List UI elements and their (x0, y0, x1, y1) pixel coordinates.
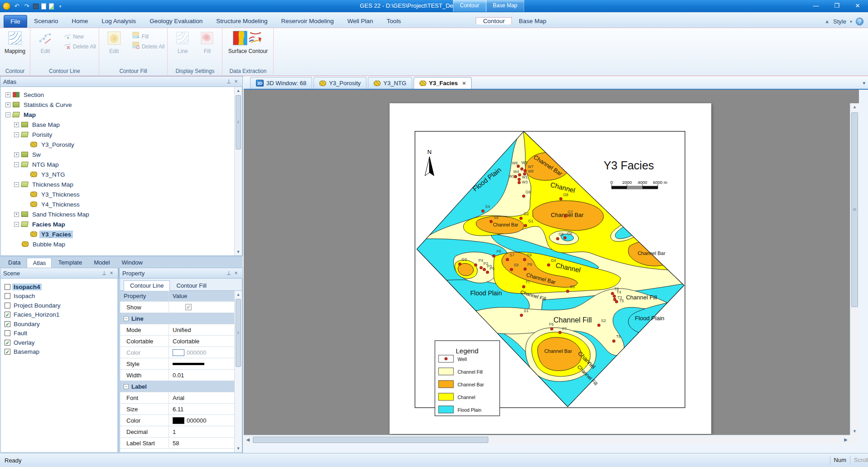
tree-item-sand-thickness-map[interactable]: +Sand Thickness Map (3, 209, 242, 219)
pin-icon[interactable]: ⊥ (225, 270, 232, 276)
document-tab-3d-window-68[interactable]: 3D3D Window: 68 (250, 77, 312, 89)
close-tab-icon[interactable]: × (462, 80, 466, 87)
tab-geology-evaluation[interactable]: Geology Evaluation (143, 18, 209, 24)
delete-all-button[interactable]: Delete All (132, 42, 165, 51)
tree-item-y3-thickness[interactable]: Y3_Thickness (3, 189, 242, 199)
property-row-color[interactable]: Color000000 (120, 415, 234, 426)
tab-file[interactable]: File (4, 15, 27, 28)
tab-structure-modeling[interactable]: Structure Modeling (209, 18, 274, 24)
scroll-down-icon[interactable]: ▼ (850, 428, 859, 435)
new-button[interactable]: New (63, 32, 96, 41)
scroll-up-icon[interactable]: ▲ (850, 103, 859, 111)
qat-dropdown-icon[interactable]: ▾ (57, 3, 64, 10)
scroll-down-icon[interactable]: ▼ (235, 445, 242, 452)
panel-tab-template[interactable]: Template (53, 258, 87, 268)
property-scrollbar[interactable]: ▲ ▼ (234, 291, 242, 452)
expander-icon[interactable]: + (14, 212, 19, 217)
document-tab-y3-ntg[interactable]: Y3_NTG (368, 77, 412, 89)
property-row-show[interactable]: Show✓ (120, 302, 234, 313)
expander-icon[interactable]: + (5, 92, 10, 97)
checkbox[interactable] (5, 330, 10, 336)
pin-icon[interactable]: ⊥ (225, 78, 232, 85)
scene-item-isopach4[interactable]: Isopach4 (5, 282, 117, 292)
expander-icon[interactable]: − (14, 182, 19, 187)
document-tab-y3-porosity[interactable]: Y3_Porosity (313, 77, 366, 89)
scroll-left-icon[interactable]: ◀ (244, 437, 252, 442)
save-icon[interactable] (33, 4, 39, 9)
expander-icon[interactable]: + (14, 152, 19, 157)
minimize-button[interactable]: — (805, 0, 826, 12)
surface-contour-button[interactable]: Surface Contour (225, 29, 270, 54)
panel-tab-model[interactable]: Model (88, 258, 115, 268)
close-icon[interactable]: × (232, 78, 240, 85)
restore-button[interactable]: ❐ (826, 0, 847, 12)
fill-button[interactable]: Fill (132, 32, 165, 41)
undo-icon[interactable]: ↶ (13, 3, 20, 10)
panel-tab-data[interactable]: Data (3, 258, 26, 268)
property-group-label[interactable]: −Label (120, 381, 234, 392)
tab-scenario[interactable]: Scenario (27, 18, 65, 24)
scene-item-boundary[interactable]: ✓Boundary (5, 319, 117, 329)
scene-item-project-boundary[interactable]: Project Boundary (5, 301, 117, 310)
redo-icon[interactable]: ↷ (23, 3, 30, 10)
tree-item-facies-map[interactable]: −Facies Map (3, 219, 242, 229)
tree-item-y3-ntg[interactable]: Y3_NTG (3, 169, 242, 179)
style-caret-icon[interactable]: ▾ (850, 19, 852, 24)
property-row-style[interactable]: Style (120, 358, 234, 370)
tab-well-plan[interactable]: Well Plan (341, 18, 380, 24)
tree-item-y4-thickness[interactable]: Y4_Thickness (3, 199, 242, 209)
tab-contour[interactable]: Contour (476, 17, 512, 24)
property-tab-contour-line[interactable]: Contour Line (124, 280, 170, 291)
scene-item-basemap[interactable]: ✓Basemap (5, 347, 117, 357)
close-icon[interactable]: × (108, 270, 115, 276)
expander-icon[interactable]: − (14, 132, 19, 137)
tree-item-section[interactable]: +Section (3, 90, 242, 100)
scroll-up-icon[interactable]: ▲ (235, 87, 242, 94)
pin-icon[interactable]: ⊥ (101, 270, 108, 276)
scroll-down-icon[interactable]: ▼ (235, 248, 242, 255)
edit-button[interactable]: Edit (33, 29, 58, 54)
atlas-scrollbar[interactable]: ▲ ▼ (234, 87, 242, 255)
canvas-horizontal-scrollbar[interactable]: ◀ ▶ (244, 435, 850, 444)
property-row-size[interactable]: Size6.11 (120, 404, 234, 415)
fill-button[interactable]: Fill (195, 29, 219, 54)
expander-icon[interactable]: − (14, 162, 19, 167)
property-row-mode[interactable]: ModeUnified (120, 324, 234, 336)
checkbox[interactable]: ✓ (5, 312, 10, 318)
scene-item-isopach[interactable]: Isopach (5, 292, 117, 301)
tab-base-map[interactable]: Base Map (512, 18, 553, 24)
close-icon[interactable]: × (232, 270, 240, 276)
checkbox[interactable]: ✓ (5, 340, 10, 346)
map-canvas[interactable]: N Y3 Facies 0200040006000 m Flood PlainC… (244, 90, 859, 444)
expander-icon[interactable]: + (14, 122, 19, 127)
contextual-group-contour[interactable]: Contour (453, 0, 486, 12)
tree-item-base-map[interactable]: +Base Map (3, 120, 242, 130)
property-row-font[interactable]: FontArial (120, 392, 234, 404)
tree-item-porisity[interactable]: −Porisity (3, 130, 242, 140)
edit-button[interactable]: Edit (102, 29, 126, 54)
checkbox[interactable] (5, 284, 10, 290)
scene-item-overlay[interactable]: ✓Overlay (5, 338, 117, 347)
property-row-label-start[interactable]: Label Start58 (120, 438, 234, 449)
collapse-ribbon-icon[interactable]: ▲ (825, 19, 829, 24)
tree-item-thickness-map[interactable]: −Thickness Map (3, 179, 242, 189)
tab-overflow-icon[interactable]: ▾ (863, 80, 865, 86)
expander-icon[interactable]: − (14, 222, 19, 227)
canvas-vertical-scrollbar[interactable]: ▲ ▼ (850, 103, 859, 435)
property-group-line[interactable]: −Line (120, 313, 234, 324)
tree-item-y3-facies[interactable]: Y3_Facies (3, 229, 242, 239)
document-tab-y3-facies[interactable]: Y3_Facies× (414, 77, 472, 89)
panel-tab-window[interactable]: Window (116, 258, 148, 268)
expander-icon[interactable]: + (5, 102, 10, 107)
scene-item-facies-horizon1[interactable]: ✓Facies_Horizon1 (5, 310, 117, 320)
collapse-icon[interactable]: − (124, 384, 129, 389)
tree-item-statistics-curve[interactable]: +Statistics & Curve (3, 100, 242, 110)
property-row-width[interactable]: Width0.01 (120, 370, 234, 381)
expander-icon[interactable]: − (5, 112, 10, 117)
collapse-icon[interactable]: − (124, 316, 129, 321)
tab-log-analysis[interactable]: Log Analysis (95, 18, 143, 24)
style-dropdown[interactable]: Style (833, 18, 846, 25)
show-checkbox[interactable]: ✓ (185, 304, 192, 310)
checkbox[interactable] (5, 303, 10, 308)
contextual-group-base-map[interactable]: Base Map (486, 0, 524, 12)
